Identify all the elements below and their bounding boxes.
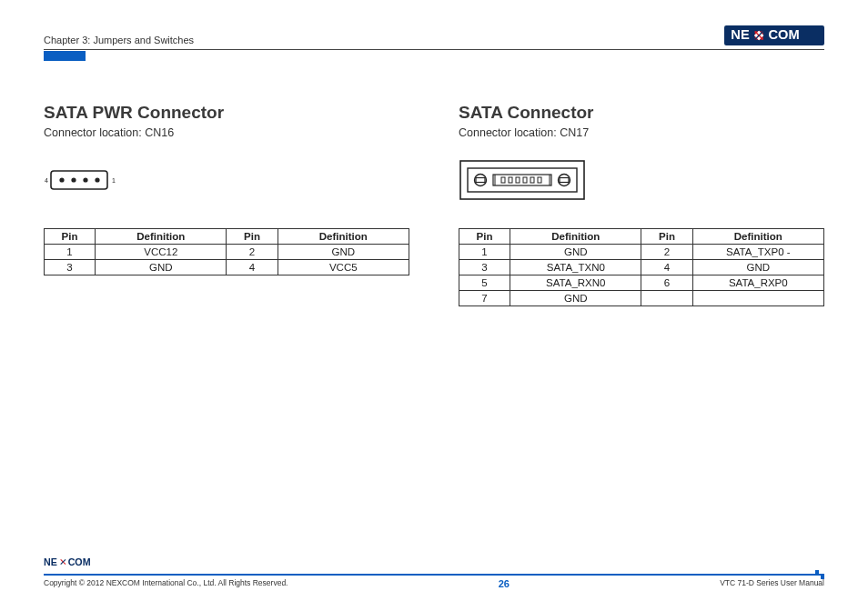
table-row: 3SATA_TXN0 4GND	[459, 260, 824, 275]
footer-rule	[44, 574, 824, 576]
section-subtitle: Connector location: CN17	[459, 126, 824, 139]
table-row: 3GND 4VCC5	[45, 260, 409, 275]
svg-rect-24	[516, 177, 520, 183]
nexcom-logo: NE COM	[724, 25, 824, 45]
svg-rect-23	[509, 177, 512, 183]
th-def: Definition	[278, 229, 409, 245]
svg-text:COM: COM	[768, 27, 799, 42]
cn17-pin-table: Pin Definition Pin Definition 1GND 2SATA…	[459, 228, 824, 306]
table-row: 5SATA_RXN0 6SATA_RXP0	[459, 275, 824, 291]
cn16-pin-table: Pin Definition Pin Definition 1VCC12 2GN…	[44, 228, 409, 275]
table-row: 1GND 2SATA_TXP0 -	[459, 245, 824, 260]
svg-point-11	[71, 177, 76, 182]
svg-text:1: 1	[112, 177, 116, 184]
svg-point-10	[59, 177, 64, 182]
sata-pwr-section: SATA PWR Connector Connector location: C…	[44, 103, 409, 306]
svg-point-12	[83, 177, 87, 182]
th-pin: Pin	[641, 229, 692, 245]
copyright-text: Copyright © 2012 NEXCOM International Co…	[44, 578, 288, 589]
svg-text:4: 4	[45, 177, 48, 184]
svg-rect-26	[530, 177, 534, 183]
cn17-connector-diagram	[459, 159, 586, 201]
svg-text:COM: COM	[68, 556, 91, 567]
section-title: SATA Connector	[459, 103, 824, 123]
th-pin: Pin	[227, 229, 278, 245]
svg-rect-27	[538, 177, 541, 183]
table-row: 1VCC12 2GND	[45, 245, 409, 260]
page-number: 26	[499, 578, 510, 589]
th-def: Definition	[96, 229, 227, 245]
svg-point-13	[95, 177, 99, 182]
svg-rect-22	[501, 177, 505, 183]
nexcom-footer-logo: NE COM	[44, 556, 116, 570]
svg-text:NE: NE	[731, 27, 750, 42]
accent-bar	[44, 51, 86, 61]
svg-rect-18	[476, 178, 485, 183]
th-pin: Pin	[45, 229, 96, 245]
chapter-title: Chapter 3: Jumpers and Switches	[44, 35, 194, 45]
th-def: Definition	[510, 229, 641, 245]
cn16-connector-diagram: 4 1	[44, 168, 122, 192]
doc-title: VTC 71-D Series User Manual	[720, 578, 824, 589]
th-pin: Pin	[459, 229, 510, 245]
svg-rect-25	[523, 177, 527, 183]
section-subtitle: Connector location: CN16	[44, 126, 409, 139]
svg-text:NE: NE	[44, 556, 57, 567]
section-title: SATA PWR Connector	[44, 103, 409, 123]
sata-section: SATA Connector Connector location: CN17	[459, 103, 824, 306]
th-def: Definition	[692, 229, 823, 245]
svg-rect-20	[560, 178, 569, 183]
table-row: 7GND	[459, 291, 824, 306]
